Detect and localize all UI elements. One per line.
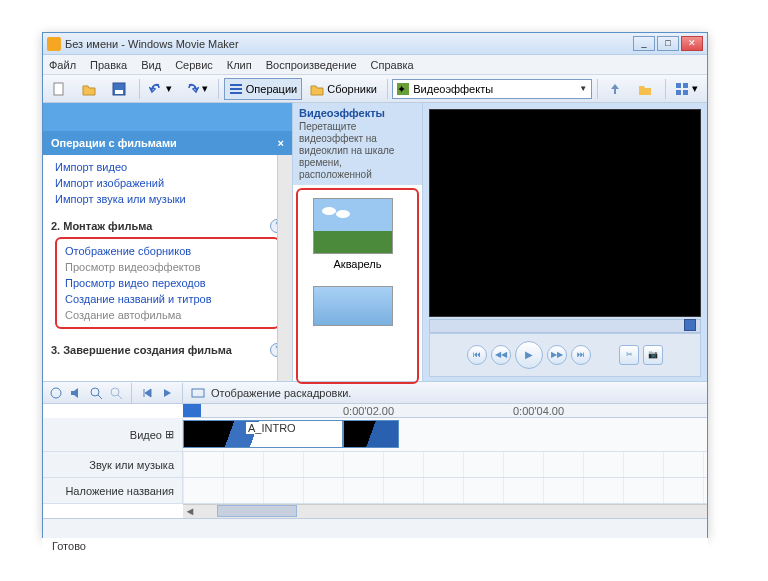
minimize-button[interactable]: _ [633, 36, 655, 51]
redo-button[interactable]: ▾ [180, 78, 213, 100]
play-timeline-icon[interactable] [160, 386, 174, 400]
effects-desc: Перетащите видеоэффект на видеоклип на ш… [299, 121, 416, 181]
timeline-ruler[interactable]: 0:00'02.00 0:00'04.00 [183, 404, 707, 418]
save-button[interactable] [107, 78, 134, 100]
menubar: Файл Правка Вид Сервис Клип Воспроизведе… [43, 55, 707, 75]
folder-new-button[interactable] [633, 78, 660, 100]
timeline-toolbar: Отображение раскадровки. [43, 382, 707, 404]
collections-label: Сборники [327, 83, 377, 95]
tasks-title: Операции с фильмами [51, 137, 177, 149]
menu-edit[interactable]: Правка [90, 59, 127, 71]
list-icon [229, 82, 243, 96]
close-tasks-icon[interactable]: × [278, 137, 284, 149]
link-create-titles[interactable]: Создание названий и титров [61, 291, 274, 307]
track-titles[interactable] [183, 478, 707, 504]
ruler-tick-2: 0:00'04.00 [513, 405, 564, 417]
video-clip-2[interactable] [343, 420, 399, 448]
storyboard-icon[interactable] [191, 386, 205, 400]
svg-rect-2 [115, 90, 123, 94]
view-button[interactable]: ▾ [670, 78, 703, 100]
link-view-transitions[interactable]: Просмотр видео переходов [61, 275, 274, 291]
task-section-1: Импорт видео Импорт изображений Импорт з… [43, 155, 292, 215]
grid-icon [675, 82, 689, 96]
split-button[interactable]: ✂ [619, 345, 639, 365]
operations-label: Операции [246, 83, 297, 95]
forward-button[interactable]: ▶▶ [547, 345, 567, 365]
track-audio[interactable] [183, 452, 707, 478]
preview-seekbar[interactable] [429, 319, 701, 333]
effects-header: Видеоэффекты Перетащите видеоэффект на в… [293, 103, 422, 185]
tasks-body: Импорт видео Импорт изображений Импорт з… [43, 155, 292, 381]
menu-service[interactable]: Сервис [175, 59, 213, 71]
dropdown-value: Видеоэффекты [413, 83, 493, 95]
fullscreen-icon[interactable] [684, 319, 696, 331]
content-area: Операции с фильмами × Импорт видео Импор… [43, 103, 707, 381]
audio-level-icon[interactable] [69, 386, 83, 400]
redo-icon [185, 82, 199, 96]
playhead-icon[interactable] [183, 404, 201, 417]
new-button[interactable] [47, 78, 74, 100]
section-3-title: 3. Завершение создания фильма [51, 344, 232, 356]
snapshot-button[interactable]: 📷 [643, 345, 663, 365]
effect-item[interactable]: Акварель [313, 198, 403, 326]
effect-thumbnail [313, 198, 393, 254]
status-text: Готово [42, 538, 708, 556]
zoom-out-icon[interactable] [109, 386, 123, 400]
track-video[interactable]: A_INTRO [183, 418, 707, 452]
section-2-title: 2. Монтаж фильма [51, 220, 152, 232]
effects-icon: ✦ [397, 83, 409, 95]
undo-button[interactable]: ▾ [144, 78, 177, 100]
tasks-scrollbar[interactable] [277, 155, 292, 381]
svg-rect-15 [192, 389, 204, 397]
timeline-grid: 0:00'02.00 0:00'04.00 Видео ⊞ A_INTRO Зв… [43, 404, 707, 504]
link-import-images[interactable]: Импорт изображений [51, 175, 284, 191]
preview-controls: ⏮ ◀◀ ▶ ▶▶ ⏭ ✂ 📷 [429, 333, 701, 377]
menu-help[interactable]: Справка [371, 59, 414, 71]
menu-clip[interactable]: Клип [227, 59, 252, 71]
maximize-button[interactable]: □ [657, 36, 679, 51]
operations-button[interactable]: Операции [224, 78, 302, 100]
play-button[interactable]: ▶ [515, 341, 543, 369]
tasks-header: Операции с фильмами × [43, 131, 292, 155]
preview-pane: ⏮ ◀◀ ▶ ▶▶ ⏭ ✂ 📷 [423, 103, 707, 381]
statusbar [43, 518, 707, 538]
svg-rect-6 [676, 83, 681, 88]
link-view-effects[interactable]: Просмотр видеоэффектов [61, 259, 274, 275]
undo-icon [149, 82, 163, 96]
svg-rect-5 [230, 92, 242, 94]
svg-point-13 [111, 388, 119, 396]
preview-monitor [429, 109, 701, 317]
video-clip-1[interactable]: A_INTRO [183, 420, 343, 448]
folder-icon [82, 82, 96, 96]
link-automovie[interactable]: Создание автофильма [61, 307, 274, 323]
effects-pane: Видеоэффекты Перетащите видеоэффект на в… [293, 103, 423, 381]
new-icon [52, 82, 66, 96]
effect-thumbnail-2 [313, 286, 393, 326]
rewind-timeline-icon[interactable] [140, 386, 154, 400]
menu-file[interactable]: Файл [49, 59, 76, 71]
link-import-video[interactable]: Импорт видео [51, 159, 284, 175]
timeline-mode-label[interactable]: Отображение раскадровки. [211, 387, 351, 399]
next-button[interactable]: ⏭ [571, 345, 591, 365]
link-import-audio[interactable]: Импорт звука или музыки [51, 191, 284, 207]
titlebar[interactable]: Без имени - Windows Movie Maker _ □ ✕ [43, 33, 707, 55]
zoom-in-icon[interactable] [89, 386, 103, 400]
prev-button[interactable]: ⏮ [467, 345, 487, 365]
collections-icon [310, 82, 324, 96]
close-button[interactable]: ✕ [681, 36, 703, 51]
window-title: Без имени - Windows Movie Maker [65, 38, 633, 50]
timeline-scrollbar[interactable]: ◄ [183, 504, 707, 518]
effects-dropdown[interactable]: ✦ Видеоэффекты ▼ [392, 79, 592, 99]
collections-button[interactable]: Сборники [305, 78, 382, 100]
rewind-button[interactable]: ◀◀ [491, 345, 511, 365]
menu-view[interactable]: Вид [141, 59, 161, 71]
track-label-titles: Наложение названия [43, 478, 183, 504]
scrollbar-thumb[interactable] [217, 505, 297, 517]
open-button[interactable] [77, 78, 104, 100]
highlight-annotation-2: Акварель [296, 188, 419, 384]
narrate-icon[interactable] [49, 386, 63, 400]
nav-up-button[interactable] [603, 78, 630, 100]
svg-point-11 [91, 388, 99, 396]
menu-playback[interactable]: Воспроизведение [266, 59, 357, 71]
link-show-collections[interactable]: Отображение сборников [61, 243, 274, 259]
